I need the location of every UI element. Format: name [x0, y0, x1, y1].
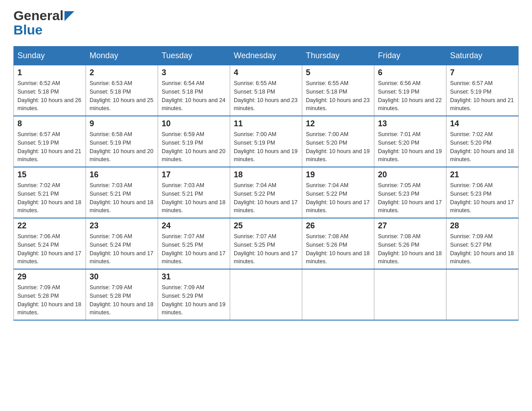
- day-number: 9: [90, 119, 154, 128]
- col-header-wednesday: Wednesday: [230, 47, 302, 65]
- day-info: Sunrise: 7:09 AM Sunset: 5:27 PM Dayligh…: [450, 232, 515, 266]
- day-cell-8: 8 Sunrise: 6:57 AM Sunset: 5:19 PM Dayli…: [14, 116, 86, 167]
- day-number: 12: [306, 119, 370, 128]
- day-info: Sunrise: 7:09 AM Sunset: 5:29 PM Dayligh…: [162, 283, 226, 317]
- day-number: 14: [450, 119, 515, 128]
- day-info: Sunrise: 7:04 AM Sunset: 5:22 PM Dayligh…: [234, 181, 298, 215]
- week-row-5: 29 Sunrise: 7:09 AM Sunset: 5:28 PM Dayl…: [14, 269, 519, 320]
- day-number: 6: [378, 68, 442, 77]
- col-header-saturday: Saturday: [446, 47, 519, 65]
- day-number: 28: [450, 221, 515, 231]
- empty-cell: [374, 269, 446, 320]
- day-number: 30: [90, 272, 154, 282]
- day-info: Sunrise: 6:54 AM Sunset: 5:18 PM Dayligh…: [162, 79, 226, 113]
- day-info: Sunrise: 7:00 AM Sunset: 5:20 PM Dayligh…: [306, 130, 370, 164]
- col-header-friday: Friday: [374, 47, 446, 65]
- week-row-4: 22 Sunrise: 7:06 AM Sunset: 5:24 PM Dayl…: [14, 218, 519, 269]
- col-header-sunday: Sunday: [14, 47, 86, 65]
- day-number: 19: [306, 170, 370, 180]
- day-info: Sunrise: 7:04 AM Sunset: 5:22 PM Dayligh…: [306, 181, 370, 215]
- day-cell-25: 25 Sunrise: 7:07 AM Sunset: 5:25 PM Dayl…: [230, 218, 302, 269]
- day-cell-27: 27 Sunrise: 7:08 AM Sunset: 5:26 PM Dayl…: [374, 218, 446, 269]
- day-number: 18: [234, 170, 298, 180]
- logo-blue: Blue: [13, 22, 43, 37]
- day-cell-20: 20 Sunrise: 7:05 AM Sunset: 5:23 PM Dayl…: [374, 167, 446, 218]
- day-number: 17: [162, 170, 226, 180]
- day-number: 31: [162, 272, 226, 282]
- day-cell-31: 31 Sunrise: 7:09 AM Sunset: 5:29 PM Dayl…: [158, 269, 230, 320]
- day-cell-19: 19 Sunrise: 7:04 AM Sunset: 5:22 PM Dayl…: [302, 167, 374, 218]
- calendar-table: SundayMondayTuesdayWednesdayThursdayFrid…: [13, 46, 519, 321]
- day-cell-2: 2 Sunrise: 6:53 AM Sunset: 5:18 PM Dayli…: [86, 65, 158, 116]
- day-info: Sunrise: 7:02 AM Sunset: 5:20 PM Dayligh…: [450, 130, 515, 164]
- day-info: Sunrise: 6:52 AM Sunset: 5:18 PM Dayligh…: [17, 79, 82, 113]
- day-number: 8: [17, 119, 82, 128]
- day-info: Sunrise: 7:06 AM Sunset: 5:23 PM Dayligh…: [450, 181, 515, 215]
- week-row-3: 15 Sunrise: 7:02 AM Sunset: 5:21 PM Dayl…: [14, 167, 519, 218]
- day-number: 3: [162, 68, 226, 77]
- day-number: 24: [162, 221, 226, 231]
- day-number: 26: [306, 221, 370, 231]
- day-info: Sunrise: 6:56 AM Sunset: 5:19 PM Dayligh…: [378, 79, 442, 113]
- day-number: 13: [378, 119, 442, 128]
- day-cell-17: 17 Sunrise: 7:03 AM Sunset: 5:21 PM Dayl…: [158, 167, 230, 218]
- day-number: 2: [90, 68, 154, 77]
- day-cell-28: 28 Sunrise: 7:09 AM Sunset: 5:27 PM Dayl…: [446, 218, 519, 269]
- day-cell-10: 10 Sunrise: 6:59 AM Sunset: 5:19 PM Dayl…: [158, 116, 230, 167]
- day-info: Sunrise: 6:58 AM Sunset: 5:19 PM Dayligh…: [90, 130, 154, 164]
- day-number: 10: [162, 119, 226, 128]
- day-info: Sunrise: 7:08 AM Sunset: 5:26 PM Dayligh…: [306, 232, 370, 266]
- day-info: Sunrise: 7:05 AM Sunset: 5:23 PM Dayligh…: [378, 181, 442, 215]
- col-header-tuesday: Tuesday: [158, 47, 230, 65]
- week-row-2: 8 Sunrise: 6:57 AM Sunset: 5:19 PM Dayli…: [14, 116, 519, 167]
- day-cell-21: 21 Sunrise: 7:06 AM Sunset: 5:23 PM Dayl…: [446, 167, 519, 218]
- day-number: 15: [17, 170, 82, 180]
- day-info: Sunrise: 7:01 AM Sunset: 5:20 PM Dayligh…: [378, 130, 442, 164]
- logo-arrow-icon: [64, 11, 74, 21]
- day-number: 23: [90, 221, 154, 231]
- page-header: General Blue: [13, 9, 519, 37]
- day-cell-5: 5 Sunrise: 6:55 AM Sunset: 5:18 PM Dayli…: [302, 65, 374, 116]
- day-cell-11: 11 Sunrise: 7:00 AM Sunset: 5:19 PM Dayl…: [230, 116, 302, 167]
- day-number: 1: [17, 68, 82, 77]
- day-info: Sunrise: 7:00 AM Sunset: 5:19 PM Dayligh…: [234, 130, 298, 164]
- day-cell-26: 26 Sunrise: 7:08 AM Sunset: 5:26 PM Dayl…: [302, 218, 374, 269]
- day-info: Sunrise: 7:03 AM Sunset: 5:21 PM Dayligh…: [162, 181, 226, 215]
- day-cell-29: 29 Sunrise: 7:09 AM Sunset: 5:28 PM Dayl…: [14, 269, 86, 320]
- empty-cell: [230, 269, 302, 320]
- day-number: 25: [234, 221, 298, 231]
- day-number: 20: [378, 170, 442, 180]
- day-number: 16: [90, 170, 154, 180]
- day-info: Sunrise: 7:07 AM Sunset: 5:25 PM Dayligh…: [234, 232, 298, 266]
- day-cell-1: 1 Sunrise: 6:52 AM Sunset: 5:18 PM Dayli…: [14, 65, 86, 116]
- day-number: 21: [450, 170, 515, 180]
- calendar-header-row: SundayMondayTuesdayWednesdayThursdayFrid…: [14, 47, 519, 65]
- day-number: 22: [17, 221, 82, 231]
- day-cell-12: 12 Sunrise: 7:00 AM Sunset: 5:20 PM Dayl…: [302, 116, 374, 167]
- day-cell-4: 4 Sunrise: 6:55 AM Sunset: 5:18 PM Dayli…: [230, 65, 302, 116]
- day-info: Sunrise: 6:55 AM Sunset: 5:18 PM Dayligh…: [234, 79, 298, 113]
- week-row-1: 1 Sunrise: 6:52 AM Sunset: 5:18 PM Dayli…: [14, 65, 519, 116]
- day-info: Sunrise: 7:09 AM Sunset: 5:28 PM Dayligh…: [17, 283, 82, 317]
- day-info: Sunrise: 6:57 AM Sunset: 5:19 PM Dayligh…: [17, 130, 82, 164]
- day-info: Sunrise: 7:03 AM Sunset: 5:21 PM Dayligh…: [90, 181, 154, 215]
- day-number: 27: [378, 221, 442, 231]
- day-cell-14: 14 Sunrise: 7:02 AM Sunset: 5:20 PM Dayl…: [446, 116, 519, 167]
- day-cell-3: 3 Sunrise: 6:54 AM Sunset: 5:18 PM Dayli…: [158, 65, 230, 116]
- empty-cell: [446, 269, 519, 320]
- day-cell-15: 15 Sunrise: 7:02 AM Sunset: 5:21 PM Dayl…: [14, 167, 86, 218]
- day-cell-16: 16 Sunrise: 7:03 AM Sunset: 5:21 PM Dayl…: [86, 167, 158, 218]
- col-header-monday: Monday: [86, 47, 158, 65]
- day-info: Sunrise: 7:09 AM Sunset: 5:28 PM Dayligh…: [90, 283, 154, 317]
- day-number: 29: [17, 272, 82, 282]
- empty-cell: [302, 269, 374, 320]
- logo-general: General: [13, 9, 64, 22]
- day-number: 11: [234, 119, 298, 128]
- day-cell-13: 13 Sunrise: 7:01 AM Sunset: 5:20 PM Dayl…: [374, 116, 446, 167]
- day-info: Sunrise: 6:53 AM Sunset: 5:18 PM Dayligh…: [90, 79, 154, 113]
- day-cell-24: 24 Sunrise: 7:07 AM Sunset: 5:25 PM Dayl…: [158, 218, 230, 269]
- day-info: Sunrise: 6:59 AM Sunset: 5:19 PM Dayligh…: [162, 130, 226, 164]
- col-header-thursday: Thursday: [302, 47, 374, 65]
- day-number: 7: [450, 68, 515, 77]
- day-info: Sunrise: 7:06 AM Sunset: 5:24 PM Dayligh…: [90, 232, 154, 266]
